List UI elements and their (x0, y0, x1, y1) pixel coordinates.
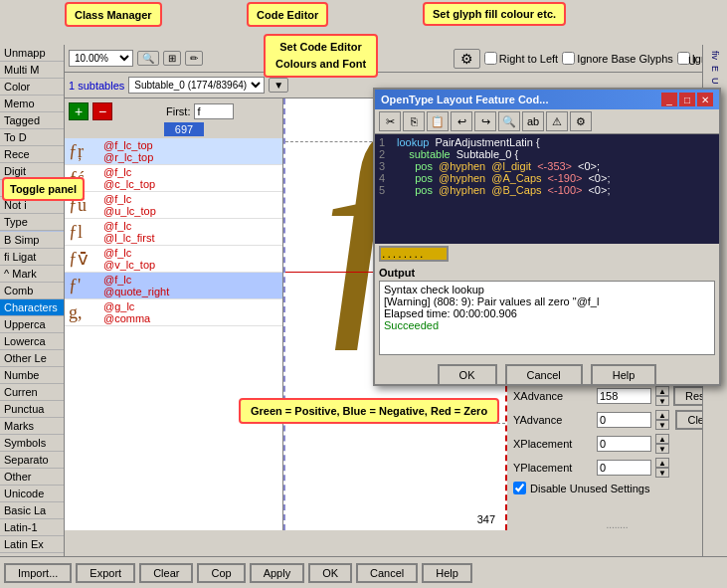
sidebar-item-basicla[interactable]: Basic La (0, 502, 64, 519)
glyph-list: ƒŗ @f_lc_top @r_lc_top ƒś @f_lc @c_lc_to… (65, 138, 282, 530)
dialog-minimize-btn[interactable]: _ (661, 93, 677, 106)
gear-btn[interactable]: ⚙ (454, 49, 480, 69)
sidebar-item-otherle[interactable]: Other Le (0, 350, 64, 367)
sidebar-item-bsimp[interactable]: B Simp (0, 232, 64, 249)
cancel-button[interactable]: Cancel (356, 563, 418, 583)
clear-button[interactable]: Clear (139, 563, 193, 583)
sidebar-item-symbols[interactable]: Symbols (0, 435, 64, 452)
sidebar-item-latinex1[interactable]: Latin Ex (0, 536, 64, 553)
yplacement-label: YPlacement (513, 462, 593, 474)
yplacement-up[interactable]: ▲ (655, 458, 669, 468)
sidebar-item-comb[interactable]: Comb (0, 283, 64, 299)
yplacement-down[interactable]: ▼ (655, 468, 669, 478)
undo-btn[interactable]: ↩ (451, 111, 472, 131)
sidebar-item-punctua[interactable]: Punctua (0, 401, 64, 418)
glyph-row[interactable]: ƒl @f_lc @l_lc_first (65, 219, 282, 246)
sidebar-item-rece[interactable]: Rece (0, 146, 64, 163)
glyph-row[interactable]: ƒŭ @f_lc @u_lc_top (65, 192, 282, 219)
output-line-2: [Warning] (808: 9): Pair values all zero… (384, 295, 710, 307)
disable-checkbox[interactable] (513, 482, 526, 494)
first-input[interactable] (194, 103, 234, 119)
search-btn[interactable]: 🔍 (498, 111, 520, 131)
sidebar-item-latin1[interactable]: Latin-1 (0, 519, 64, 536)
sidebar-item-unicode[interactable]: Unicode (0, 486, 64, 502)
remove-glyph-button[interactable]: − (92, 102, 112, 120)
sidebar-item-color[interactable]: Color (0, 79, 64, 96)
glyph-row[interactable]: ƒv̄ @f_lc @v_lc_top (65, 246, 282, 273)
sidebar-item-type[interactable]: Type (0, 214, 64, 231)
dialog-maximize-btn[interactable]: □ (679, 93, 695, 106)
code-line-4: 4 pos @hyphen @A_Caps <-190> <0>; (379, 172, 715, 184)
zoom-select[interactable]: 10.00% (69, 50, 133, 67)
scroll-indicator[interactable]: ........ (606, 519, 628, 530)
sidebar-item-mark[interactable]: ^ Mark (0, 266, 64, 283)
xadvance-down[interactable]: ▼ (655, 396, 669, 406)
color-legend-callout: Green = Positive, Blue = Negative, Red =… (239, 398, 499, 424)
left-sidebar: Unmapp Multi M Color Memo Tagged To D Re… (0, 45, 65, 572)
xplacement-label: XPlacement (513, 438, 593, 450)
right-to-left-checkbox[interactable] (484, 52, 497, 65)
sidebar-item-marks[interactable]: Marks (0, 418, 64, 435)
ok-button[interactable]: OK (308, 563, 352, 583)
copy-btn[interactable]: ⎘ (403, 111, 425, 131)
spell-btn[interactable]: ab (522, 111, 544, 131)
xplacement-down[interactable]: ▼ (655, 444, 669, 454)
yplacement-spinner[interactable]: ▲ ▼ (655, 458, 669, 478)
redo-btn[interactable]: ↪ (474, 111, 496, 131)
sidebar-item-other[interactable]: Other (0, 469, 64, 486)
glyph-row[interactable]: ƒŗ @f_lc_top @r_lc_top (65, 138, 282, 165)
yadvance-down[interactable]: ▼ (655, 420, 669, 430)
dialog-ok-button[interactable]: OK (438, 364, 497, 386)
glyph-row[interactable]: ƒś @f_lc @c_lc_top (65, 165, 282, 192)
layout-btn[interactable]: ⊞ (163, 51, 181, 66)
sidebar-item-lower[interactable]: Lowerca (0, 333, 64, 350)
paste-btn[interactable]: 📋 (427, 111, 449, 131)
output-area: Output Syntax check lookup [Warning] (80… (375, 264, 719, 358)
output-text: Syntax check lookup [Warning] (808: 9): … (379, 281, 715, 355)
sidebar-item-tagged[interactable]: Tagged (0, 112, 64, 129)
add-glyph-button[interactable]: + (69, 102, 89, 120)
subtable-action-btn[interactable]: ▼ (269, 78, 288, 93)
cut-btn[interactable]: ✂ (379, 111, 401, 131)
settings-btn[interactable]: ⚙ (570, 111, 592, 131)
right-strip-item-2[interactable]: E (708, 64, 722, 74)
import-button[interactable]: Import... (4, 563, 72, 583)
xplacement-input[interactable] (597, 436, 651, 452)
dialog-cancel-button[interactable]: Cancel (505, 364, 583, 386)
code-editor-area[interactable]: 1 lookup PairAdjustmentLatin { 2 subtabl… (375, 134, 719, 244)
glyph-row[interactable]: ƒ' @f_lc @quote_right (65, 273, 282, 299)
right-strip-item-3[interactable]: U (708, 76, 722, 87)
warn-btn[interactable]: ⚠ (546, 111, 568, 131)
ignore-base-checkbox[interactable] (562, 52, 575, 65)
help-button[interactable]: Help (422, 563, 472, 583)
apply-button[interactable]: Apply (250, 563, 305, 583)
dialog-close-btn[interactable]: ✕ (697, 93, 713, 106)
yadvance-spinner[interactable]: ▲ ▼ (655, 410, 669, 430)
yadvance-up[interactable]: ▲ (655, 410, 669, 420)
yadvance-input[interactable] (597, 412, 651, 428)
cop-button[interactable]: Cop (197, 563, 245, 583)
xplacement-spinner[interactable]: ▲ ▼ (655, 434, 669, 454)
glyph-names: @f_lc @quote_right (103, 274, 169, 297)
sidebar-item-upper[interactable]: Upperca (0, 316, 64, 333)
sidebar-item-number[interactable]: Numbe (0, 367, 64, 384)
dialog-help-button[interactable]: Help (591, 364, 657, 386)
sidebar-item-curren[interactable]: Curren (0, 384, 64, 401)
sidebar-item-filigat[interactable]: fi Ligat (0, 249, 64, 266)
pencil-btn[interactable]: ✏ (185, 51, 203, 66)
glyph-row[interactable]: g, @g_lc @comma (65, 299, 282, 326)
yplacement-input[interactable] (597, 460, 651, 476)
sidebar-item-characters[interactable]: Characters (0, 299, 64, 316)
subtable-select[interactable]: Subtable_0 (1774/83964) (128, 77, 265, 94)
sidebar-item-separato[interactable]: Separato (0, 452, 64, 469)
zoom-icon-btn[interactable]: 🔍 (137, 51, 159, 66)
sidebar-item-multim[interactable]: Multi M (0, 62, 64, 79)
sidebar-item-tod[interactable]: To D (0, 129, 64, 146)
export-button[interactable]: Export (76, 563, 135, 583)
main-window: Class Manager Code Editor Set glyph fill… (0, 0, 727, 588)
sidebar-item-unmapp[interactable]: Unmapp (0, 45, 64, 62)
right-strip-item-1[interactable]: fiv (708, 49, 722, 62)
sidebar-item-memo[interactable]: Memo (0, 96, 64, 112)
ignore-base-label: Ignore Base Glyphs (562, 52, 673, 65)
xplacement-up[interactable]: ▲ (655, 434, 669, 444)
